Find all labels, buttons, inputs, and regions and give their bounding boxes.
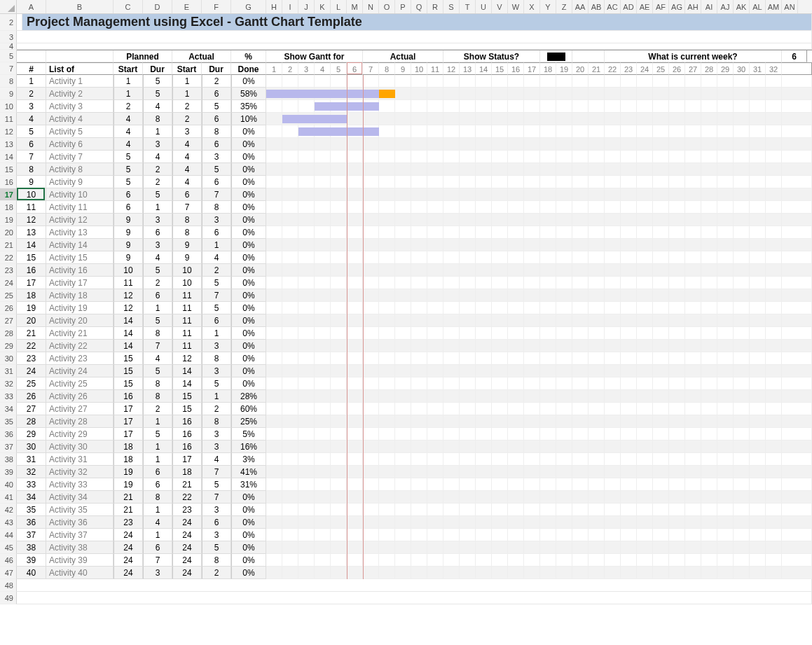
cell-num[interactable]: 20 — [17, 314, 46, 327]
col-header-AE[interactable]: AE — [637, 0, 653, 13]
cell-pct-done[interactable]: 10% — [231, 113, 266, 125]
cell-actual-start[interactable]: 11 — [172, 327, 202, 340]
cell-planned-dur[interactable]: 6 — [143, 478, 172, 491]
cell-planned-start[interactable]: 4 — [113, 113, 143, 125]
row-header-36[interactable]: 36 — [0, 428, 17, 441]
row-header-11[interactable]: 11 — [0, 113, 17, 125]
table-row[interactable]: 12Activity 1293830% — [17, 214, 812, 226]
cell-activity[interactable]: Activity 21 — [46, 327, 113, 340]
row-header-20[interactable]: 20 — [0, 226, 17, 239]
row-header-29[interactable]: 29 — [0, 340, 17, 352]
cell-num[interactable]: 7 — [17, 151, 46, 163]
cell-pct-done[interactable]: 0% — [231, 352, 266, 365]
cell-actual-dur[interactable]: 3 — [202, 340, 231, 352]
cell-activity[interactable]: Activity 11 — [46, 201, 113, 214]
table-row[interactable]: 29Activity 291751635% — [17, 428, 812, 441]
row-header-21[interactable]: 21 — [0, 239, 17, 251]
table-row[interactable]: 10Activity 1065670% — [17, 188, 812, 201]
cell-planned-start[interactable]: 14 — [113, 340, 143, 352]
table-row[interactable]: 7Activity 754430% — [17, 151, 812, 163]
table-row[interactable]: 20Activity 201451160% — [17, 314, 812, 327]
row-header-45[interactable]: 45 — [0, 541, 17, 554]
cell-actual-start[interactable]: 17 — [172, 453, 202, 466]
cell-planned-dur[interactable]: 4 — [143, 516, 172, 529]
cell-pct-done[interactable]: 35% — [231, 100, 266, 113]
row-header-14[interactable]: 14 — [0, 151, 17, 163]
row-header-19[interactable]: 19 — [0, 214, 17, 226]
cell-actual-dur[interactable]: 7 — [202, 289, 231, 302]
cell-planned-dur[interactable]: 1 — [143, 201, 172, 214]
table-row[interactable]: 6Activity 643460% — [17, 138, 812, 151]
row-header-42[interactable]: 42 — [0, 504, 17, 516]
cell-planned-start[interactable]: 1 — [113, 75, 143, 88]
cell-actual-start[interactable]: 6 — [172, 188, 202, 201]
cell-num[interactable]: 30 — [17, 441, 46, 453]
cell-actual-dur[interactable]: 6 — [202, 88, 231, 100]
cell-planned-start[interactable]: 23 — [113, 516, 143, 529]
cell-actual-dur[interactable]: 3 — [202, 529, 231, 541]
cell-actual-start[interactable]: 24 — [172, 567, 202, 579]
cell-planned-dur[interactable]: 7 — [143, 554, 172, 567]
cell-actual-start[interactable]: 15 — [172, 403, 202, 415]
col-header-AD[interactable]: AD — [621, 0, 637, 13]
row-header-27[interactable]: 27 — [0, 314, 17, 327]
cell-activity[interactable]: Activity 13 — [46, 226, 113, 239]
cell-actual-start[interactable]: 11 — [172, 314, 202, 327]
col-header-G[interactable]: G — [231, 0, 266, 13]
cell-actual-dur[interactable]: 7 — [202, 188, 231, 201]
row-header-18[interactable]: 18 — [0, 201, 17, 214]
cell-pct-done[interactable]: 0% — [231, 365, 266, 377]
cell-num[interactable]: 9 — [17, 176, 46, 188]
col-header-X[interactable]: X — [524, 0, 540, 13]
cell-planned-start[interactable]: 5 — [113, 163, 143, 176]
grid-area[interactable]: Project Management using Excel - Gantt C… — [17, 14, 812, 604]
cell-planned-dur[interactable]: 4 — [143, 151, 172, 163]
cell-planned-dur[interactable]: 2 — [143, 163, 172, 176]
col-header-AA[interactable]: AA — [572, 0, 589, 13]
cell-pct-done[interactable]: 3% — [231, 453, 266, 466]
cell-num[interactable]: 26 — [17, 390, 46, 403]
cell-activity[interactable]: Activity 27 — [46, 403, 113, 415]
cell-num[interactable]: 40 — [17, 567, 46, 579]
cell-pct-done[interactable]: 0% — [231, 176, 266, 188]
cell-planned-start[interactable]: 17 — [113, 428, 143, 441]
cell-pct-done[interactable]: 0% — [231, 214, 266, 226]
cell-num[interactable]: 29 — [17, 428, 46, 441]
table-row[interactable]: 3Activity 3242535% — [17, 100, 812, 113]
cell-actual-dur[interactable]: 5 — [202, 377, 231, 390]
row-header-49[interactable]: 49 — [0, 592, 17, 604]
cell-num[interactable]: 3 — [17, 100, 46, 113]
table-row[interactable]: 4Activity 4482610% — [17, 113, 812, 125]
cell-planned-dur[interactable]: 3 — [143, 214, 172, 226]
cell-planned-start[interactable]: 5 — [113, 151, 143, 163]
cell-pct-done[interactable]: 0% — [231, 302, 266, 314]
select-all-corner[interactable] — [0, 0, 17, 14]
row-header-38[interactable]: 38 — [0, 453, 17, 466]
cell-planned-dur[interactable]: 8 — [143, 377, 172, 390]
cell-planned-dur[interactable]: 1 — [143, 504, 172, 516]
cell-pct-done[interactable]: 25% — [231, 415, 266, 428]
cell-num[interactable]: 28 — [17, 415, 46, 428]
cell-pct-done[interactable]: 0% — [231, 188, 266, 201]
row-header-22[interactable]: 22 — [0, 251, 17, 264]
row-header-48[interactable]: 48 — [0, 579, 17, 592]
cell-actual-dur[interactable]: 8 — [202, 201, 231, 214]
cell-actual-start[interactable]: 12 — [172, 352, 202, 365]
cell-num[interactable]: 14 — [17, 239, 46, 251]
cell-planned-start[interactable]: 9 — [113, 214, 143, 226]
row-header-34[interactable]: 34 — [0, 403, 17, 415]
cell-planned-dur[interactable]: 2 — [143, 277, 172, 289]
row-header-9[interactable]: 9 — [0, 88, 17, 100]
row-header-3[interactable]: 3 — [0, 31, 17, 43]
cell-activity[interactable]: Activity 19 — [46, 302, 113, 314]
cell-activity[interactable]: Activity 33 — [46, 478, 113, 491]
row-header-40[interactable]: 40 — [0, 478, 17, 491]
col-header-U[interactable]: U — [476, 0, 492, 13]
col-header-AI[interactable]: AI — [701, 0, 717, 13]
col-header-AH[interactable]: AH — [685, 0, 701, 13]
cell-actual-dur[interactable]: 4 — [202, 251, 231, 264]
cell-actual-start[interactable]: 4 — [172, 151, 202, 163]
cell-pct-done[interactable]: 0% — [231, 504, 266, 516]
cell-actual-dur[interactable]: 5 — [202, 478, 231, 491]
cell-num[interactable]: 5 — [17, 125, 46, 138]
